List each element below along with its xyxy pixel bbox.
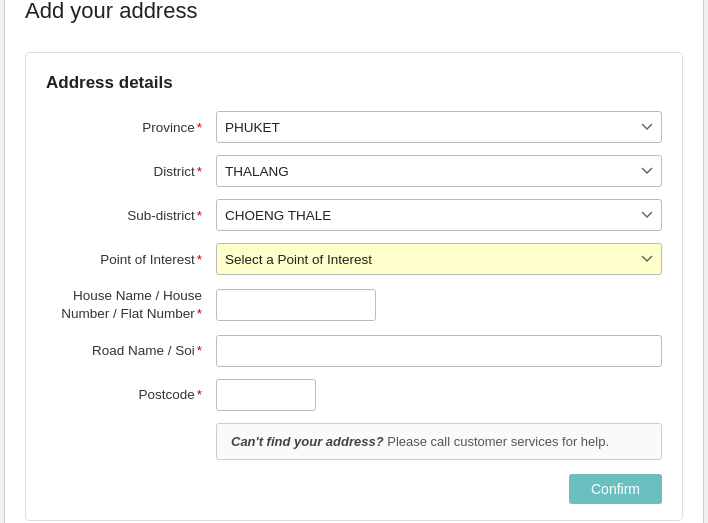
poi-select-wrapper: Select a Point of Interest	[216, 243, 662, 275]
road-input[interactable]	[216, 335, 662, 367]
address-card: Address details Province* PHUKET Distric…	[25, 52, 683, 520]
page-container: Add your address Address details Provinc…	[4, 0, 704, 523]
cant-find-text: Please call customer services for help.	[384, 434, 609, 449]
province-row: Province* PHUKET	[46, 111, 662, 143]
district-row: District* THALANG	[46, 155, 662, 187]
subdistrict-label: Sub-district*	[46, 207, 216, 225]
province-select[interactable]: PHUKET	[216, 111, 662, 143]
confirm-button[interactable]: Confirm	[569, 474, 662, 504]
province-label: Province*	[46, 119, 216, 137]
house-input[interactable]	[216, 289, 376, 321]
house-row: House Name / House Number / Flat Number*	[46, 287, 662, 322]
poi-select[interactable]: Select a Point of Interest	[216, 243, 662, 275]
postcode-label: Postcode*	[46, 386, 216, 404]
district-label: District*	[46, 163, 216, 181]
cant-find-bold: Can't find your address?	[231, 434, 384, 449]
subdistrict-row: Sub-district* CHOENG THALE	[46, 199, 662, 231]
poi-row: Point of Interest* Select a Point of Int…	[46, 243, 662, 275]
subdistrict-select[interactable]: CHOENG THALE	[216, 199, 662, 231]
poi-label: Point of Interest*	[46, 251, 216, 269]
district-select-wrapper: THALANG	[216, 155, 662, 187]
postcode-input[interactable]	[216, 379, 316, 411]
district-select[interactable]: THALANG	[216, 155, 662, 187]
card-title: Address details	[46, 73, 662, 93]
footer-row: Confirm	[46, 474, 662, 504]
province-select-wrapper: PHUKET	[216, 111, 662, 143]
postcode-row: Postcode*	[46, 379, 662, 411]
page-title: Add your address	[25, 0, 683, 34]
house-label: House Name / House Number / Flat Number*	[46, 287, 216, 322]
road-label: Road Name / Soi*	[46, 342, 216, 360]
cant-find-box: Can't find your address? Please call cus…	[216, 423, 662, 460]
subdistrict-select-wrapper: CHOENG THALE	[216, 199, 662, 231]
road-row: Road Name / Soi*	[46, 335, 662, 367]
